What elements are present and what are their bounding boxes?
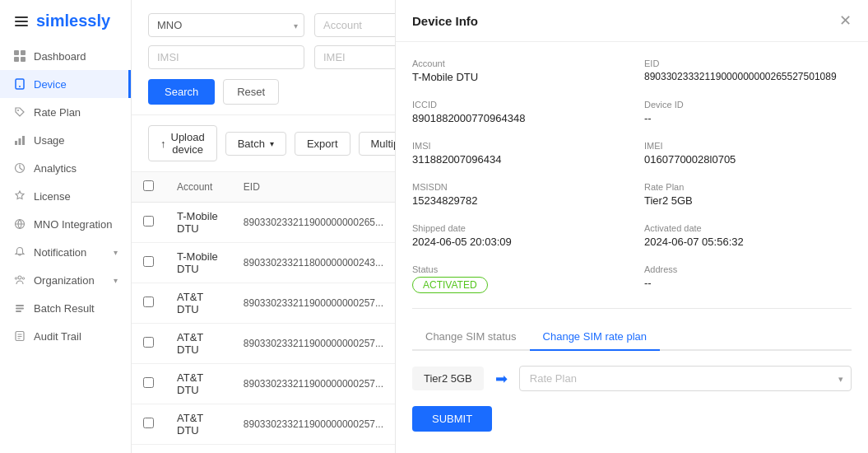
sidebar-item-dashboard[interactable]: Dashboard bbox=[0, 42, 131, 70]
sidebar-item-analytics[interactable]: Analytics bbox=[0, 154, 131, 182]
row-eid: 890330233211900000000257... bbox=[232, 364, 395, 404]
sidebar-item-rate-plan[interactable]: Rate Plan bbox=[0, 98, 131, 126]
svg-point-6 bbox=[17, 110, 19, 111]
row-checkbox[interactable] bbox=[143, 216, 154, 226]
license-icon bbox=[13, 189, 26, 203]
tab-change-sim-status[interactable]: Change SIM status bbox=[412, 324, 530, 351]
mno-select[interactable]: MNO bbox=[148, 13, 304, 37]
tag-icon bbox=[13, 105, 26, 119]
table-row[interactable]: AT&T DTU 890330233211900000000257... bbox=[132, 404, 395, 445]
row-account: T-Mobile DTU bbox=[165, 203, 232, 243]
account-value: T-Mobile DTU bbox=[412, 71, 620, 83]
eid-value: 89033023332119000000000265527501089 bbox=[644, 71, 852, 82]
table-row[interactable]: AT&T DTU 890330233211900000000257... bbox=[132, 364, 395, 404]
account-label: Account bbox=[412, 58, 620, 68]
audit-icon bbox=[13, 329, 26, 343]
sidebar-item-label: Rate Plan bbox=[34, 106, 81, 119]
sidebar-item-usage[interactable]: Usage bbox=[0, 126, 131, 154]
table-row[interactable]: T-Mobile DTU 890330233211900000000265... bbox=[132, 203, 395, 243]
sidebar-item-audit-trail[interactable]: Audit Trail bbox=[0, 322, 131, 350]
sidebar-item-organization[interactable]: Organization ▾ bbox=[0, 266, 131, 294]
row-checkbox[interactable] bbox=[143, 377, 154, 388]
main-nav: Dashboard Device Rate Plan bbox=[0, 42, 131, 453]
select-all-checkbox[interactable] bbox=[143, 180, 154, 191]
row-checkbox[interactable] bbox=[143, 297, 154, 307]
shipped-date-value: 2024-06-05 20:03:09 bbox=[412, 236, 620, 248]
rate-plan-value: Tier2 5GB bbox=[644, 194, 852, 207]
close-button[interactable]: ✕ bbox=[839, 12, 852, 30]
chevron-down-icon: ▾ bbox=[114, 248, 118, 257]
sidebar-item-label: MNO Integration bbox=[34, 218, 112, 231]
row-eid: 890330233211900000000257... bbox=[232, 404, 395, 445]
submit-button[interactable]: SUBMIT bbox=[412, 406, 492, 432]
multiple-button[interactable]: Multiple bbox=[359, 132, 395, 156]
panel-body: Account T-Mobile DTU EID 890330233321190… bbox=[396, 42, 868, 453]
device-id-info: Device ID -- bbox=[644, 100, 852, 124]
device-info-grid: Account T-Mobile DTU EID 890330233321190… bbox=[412, 58, 852, 293]
sidebar-item-batch-result[interactable]: Batch Result bbox=[0, 294, 131, 322]
address-info: Address -- bbox=[644, 264, 852, 293]
rate-plan-select[interactable]: Rate Plan bbox=[519, 366, 852, 391]
svg-rect-2 bbox=[14, 57, 19, 62]
address-label: Address bbox=[644, 264, 852, 274]
device-icon bbox=[13, 77, 26, 91]
sidebar-item-mno-integration[interactable]: MNO Integration bbox=[0, 210, 131, 238]
table-row[interactable]: 1NCE eSIM POS -- bbox=[132, 445, 395, 454]
arrow-right-icon: ➡ bbox=[495, 370, 508, 388]
table-row[interactable]: AT&T DTU 890330233211900000000257... bbox=[132, 283, 395, 324]
row-checkbox[interactable] bbox=[143, 418, 154, 428]
new-rate-plan-select-wrapper: Rate Plan ▾ bbox=[519, 366, 852, 391]
panel-divider bbox=[412, 308, 852, 309]
status-badge: ACTIVATED bbox=[412, 277, 488, 293]
row-account: AT&T DTU bbox=[165, 364, 232, 404]
hamburger-menu[interactable] bbox=[13, 15, 30, 28]
filter-buttons: Search Reset bbox=[148, 79, 378, 105]
svg-rect-8 bbox=[19, 138, 21, 145]
account-input[interactable] bbox=[314, 13, 395, 37]
tab-change-sim-rate-plan[interactable]: Change SIM rate plan bbox=[530, 324, 660, 351]
row-checkbox-cell bbox=[132, 364, 165, 404]
sidebar-item-license[interactable]: License bbox=[0, 182, 131, 210]
shipped-date-label: Shipped date bbox=[412, 223, 620, 233]
logo-area: simlessly bbox=[0, 0, 131, 42]
org-icon bbox=[13, 273, 26, 287]
activated-date-label: Activated date bbox=[644, 223, 852, 233]
row-checkbox-cell bbox=[132, 404, 165, 445]
sidebar-item-label: Batch Result bbox=[34, 302, 95, 315]
upload-label: Upload device bbox=[171, 131, 205, 156]
row-checkbox-cell bbox=[132, 203, 165, 243]
svg-rect-15 bbox=[16, 305, 24, 306]
reset-button[interactable]: Reset bbox=[223, 79, 279, 105]
imsi-input[interactable] bbox=[148, 45, 304, 69]
table-row[interactable]: AT&T DTU 890330233211900000000257... bbox=[132, 324, 395, 364]
app-logo: simlessly bbox=[36, 12, 110, 30]
eid-info: EID 89033023332119000000000265527501089 bbox=[644, 58, 852, 83]
eid-column-header: EID bbox=[232, 172, 395, 203]
sidebar-item-notification[interactable]: Notification ▾ bbox=[0, 238, 131, 266]
svg-rect-17 bbox=[16, 311, 21, 312]
upload-device-button[interactable]: ↑ Upload device bbox=[148, 125, 217, 161]
batch-button[interactable]: Batch ▾ bbox=[225, 132, 286, 156]
row-checkbox[interactable] bbox=[143, 337, 154, 348]
status-info: Status ACTIVATED bbox=[412, 264, 620, 293]
eid-label: EID bbox=[644, 58, 852, 68]
svg-rect-0 bbox=[14, 50, 19, 55]
sidebar-item-label: License bbox=[34, 190, 71, 203]
row-checkbox-cell bbox=[132, 445, 165, 454]
account-info: Account T-Mobile DTU bbox=[412, 58, 620, 83]
row-eid: 890330233211900000000257... bbox=[232, 324, 395, 364]
chart-icon bbox=[13, 133, 26, 147]
row-eid: 890330233211800000000243... bbox=[232, 243, 395, 283]
status-label: Status bbox=[412, 264, 620, 274]
multiple-label: Multiple bbox=[371, 138, 395, 150]
table-row[interactable]: T-Mobile DTU 890330233211800000000243... bbox=[132, 243, 395, 283]
row-eid: 890330233211900000000257... bbox=[232, 283, 395, 324]
export-button[interactable]: Export bbox=[295, 132, 350, 156]
sidebar-item-device[interactable]: Device bbox=[0, 70, 131, 98]
account-column-header: Account bbox=[165, 172, 232, 203]
imei-input[interactable] bbox=[314, 45, 395, 69]
action-buttons: ↑ Upload device Batch ▾ Export Multiple bbox=[148, 125, 378, 161]
search-button[interactable]: Search bbox=[148, 79, 215, 105]
row-checkbox[interactable] bbox=[143, 256, 154, 267]
device-info-panel: Device Info ✕ Account T-Mobile DTU EID 8… bbox=[395, 0, 868, 453]
